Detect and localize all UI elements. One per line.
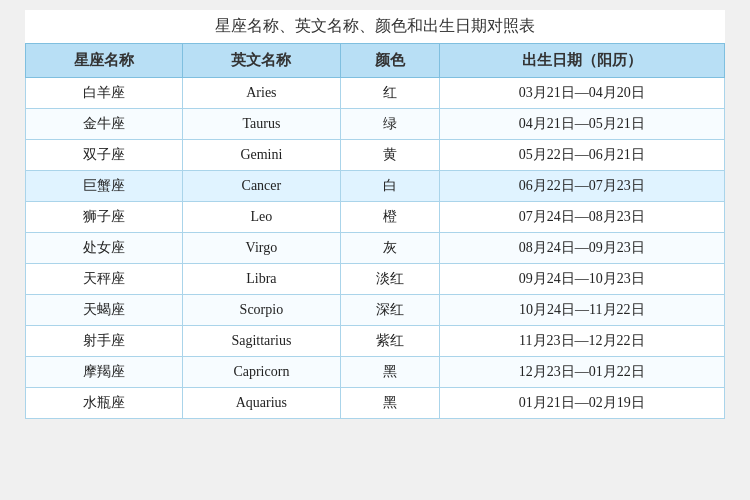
cell-english: Taurus [183, 109, 340, 140]
cell-chinese: 摩羯座 [26, 357, 183, 388]
cell-english: Sagittarius [183, 326, 340, 357]
cell-chinese: 金牛座 [26, 109, 183, 140]
cell-dates: 06月22日—07月23日 [439, 171, 724, 202]
cell-chinese: 天秤座 [26, 264, 183, 295]
zodiac-table: 星座名称 英文名称 颜色 出生日期（阳历） 白羊座Aries红03月21日—04… [25, 43, 725, 419]
cell-color: 黄 [340, 140, 439, 171]
cell-english: Capricorn [183, 357, 340, 388]
cell-color: 淡红 [340, 264, 439, 295]
cell-chinese: 双子座 [26, 140, 183, 171]
cell-dates: 05月22日—06月21日 [439, 140, 724, 171]
cell-chinese: 巨蟹座 [26, 171, 183, 202]
cell-chinese: 水瓶座 [26, 388, 183, 419]
cell-chinese: 狮子座 [26, 202, 183, 233]
table-row: 狮子座Leo橙07月24日—08月23日 [26, 202, 725, 233]
cell-english: Gemini [183, 140, 340, 171]
table-row: 水瓶座Aquarius黑01月21日—02月19日 [26, 388, 725, 419]
cell-dates: 09月24日—10月23日 [439, 264, 724, 295]
header-chinese-name: 星座名称 [26, 44, 183, 78]
cell-color: 灰 [340, 233, 439, 264]
cell-english: Leo [183, 202, 340, 233]
cell-color: 绿 [340, 109, 439, 140]
table-row: 天秤座Libra淡红09月24日—10月23日 [26, 264, 725, 295]
cell-chinese: 射手座 [26, 326, 183, 357]
page-title: 星座名称、英文名称、颜色和出生日期对照表 [25, 10, 725, 43]
cell-english: Scorpio [183, 295, 340, 326]
cell-color: 白 [340, 171, 439, 202]
cell-dates: 03月21日—04月20日 [439, 78, 724, 109]
header-dates: 出生日期（阳历） [439, 44, 724, 78]
cell-dates: 12月23日—01月22日 [439, 357, 724, 388]
cell-english: Cancer [183, 171, 340, 202]
table-row: 金牛座Taurus绿04月21日—05月21日 [26, 109, 725, 140]
cell-color: 深红 [340, 295, 439, 326]
cell-color: 橙 [340, 202, 439, 233]
table-row: 射手座Sagittarius紫红11月23日—12月22日 [26, 326, 725, 357]
cell-chinese: 处女座 [26, 233, 183, 264]
header-color: 颜色 [340, 44, 439, 78]
cell-english: Libra [183, 264, 340, 295]
cell-dates: 07月24日—08月23日 [439, 202, 724, 233]
table-row: 处女座Virgo灰08月24日—09月23日 [26, 233, 725, 264]
cell-english: Aries [183, 78, 340, 109]
table-row: 天蝎座Scorpio深红10月24日—11月22日 [26, 295, 725, 326]
cell-chinese: 白羊座 [26, 78, 183, 109]
cell-dates: 01月21日—02月19日 [439, 388, 724, 419]
table-header-row: 星座名称 英文名称 颜色 出生日期（阳历） [26, 44, 725, 78]
cell-english: Aquarius [183, 388, 340, 419]
table-row: 双子座Gemini黄05月22日—06月21日 [26, 140, 725, 171]
cell-dates: 11月23日—12月22日 [439, 326, 724, 357]
cell-english: Virgo [183, 233, 340, 264]
cell-dates: 04月21日—05月21日 [439, 109, 724, 140]
table-row: 巨蟹座Cancer白06月22日—07月23日 [26, 171, 725, 202]
table-row: 白羊座Aries红03月21日—04月20日 [26, 78, 725, 109]
main-container: 星座名称、英文名称、颜色和出生日期对照表 星座名称 英文名称 颜色 出生日期（阳… [25, 10, 725, 419]
cell-color: 黑 [340, 357, 439, 388]
cell-color: 黑 [340, 388, 439, 419]
table-row: 摩羯座Capricorn黑12月23日—01月22日 [26, 357, 725, 388]
cell-color: 紫红 [340, 326, 439, 357]
cell-dates: 10月24日—11月22日 [439, 295, 724, 326]
cell-chinese: 天蝎座 [26, 295, 183, 326]
cell-color: 红 [340, 78, 439, 109]
header-english-name: 英文名称 [183, 44, 340, 78]
cell-dates: 08月24日—09月23日 [439, 233, 724, 264]
